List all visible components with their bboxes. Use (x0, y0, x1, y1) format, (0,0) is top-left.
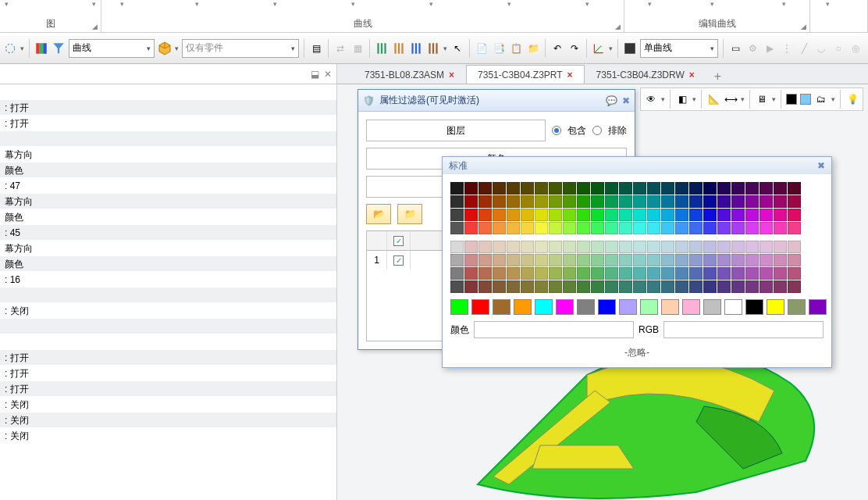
color-swatch[interactable] (703, 195, 717, 208)
list-item[interactable]: : 关闭 (0, 412, 336, 428)
funnel-icon[interactable] (52, 41, 66, 55)
color-swatch[interactable] (521, 209, 534, 221)
list-item[interactable] (0, 84, 336, 100)
list-item[interactable]: : 47 (0, 178, 336, 194)
list-item[interactable]: 颜色 (0, 162, 336, 178)
list-item[interactable] (0, 131, 336, 147)
color-swatch[interactable] (577, 267, 590, 280)
color-swatch[interactable] (689, 209, 703, 221)
color-swatch[interactable] (450, 182, 464, 195)
color-swatch[interactable] (675, 254, 688, 266)
color-swatch[interactable] (731, 195, 745, 208)
color-swatch[interactable] (450, 254, 464, 266)
close-icon[interactable]: ✕ (324, 69, 332, 80)
color-swatch[interactable] (507, 222, 520, 234)
parts-dropdown[interactable]: 仅有零件 ▾ (182, 39, 299, 58)
color-swatch[interactable] (731, 254, 745, 266)
cube-icon[interactable]: ◧ (675, 92, 689, 106)
color-swatch[interactable] (591, 267, 604, 280)
color-swatch[interactable] (464, 195, 478, 208)
preset-swatch[interactable] (640, 299, 658, 315)
color-swatch[interactable] (493, 254, 506, 266)
color-swatch[interactable] (788, 267, 801, 280)
color-swatch[interactable] (703, 254, 717, 266)
preset-swatch[interactable] (471, 299, 489, 315)
color-picker-title[interactable]: 标准 ✖ (443, 157, 831, 174)
color-swatch[interactable] (507, 267, 520, 280)
color-swatch[interactable] (493, 195, 506, 208)
color-swatch[interactable] (507, 254, 520, 266)
color-swatch[interactable] (675, 280, 688, 293)
list-item[interactable] (0, 319, 336, 334)
color-swatch[interactable] (563, 241, 576, 253)
layer-cell[interactable]: 图层 (366, 120, 546, 141)
singlecurve-dropdown[interactable]: 单曲线 ▾ (640, 39, 718, 58)
play-icon[interactable]: ▶ (763, 41, 777, 55)
color-swatch[interactable] (633, 195, 646, 208)
ruler-icon[interactable]: 📐 (706, 92, 720, 106)
color-swatch[interactable] (535, 182, 548, 195)
color-swatch[interactable] (478, 280, 492, 293)
color-swatch[interactable] (788, 195, 801, 208)
color-swatch[interactable] (577, 222, 590, 234)
color-swatch[interactable] (563, 222, 576, 234)
grid-icon[interactable]: ▦ (350, 41, 365, 55)
color-swatch[interactable] (591, 209, 604, 221)
color-swatch[interactable] (450, 222, 464, 234)
color-swatch[interactable] (717, 209, 731, 221)
color-swatch[interactable] (675, 241, 688, 253)
color-swatch[interactable] (493, 267, 506, 280)
color-swatch[interactable] (619, 222, 632, 234)
color-swatch[interactable] (521, 222, 534, 234)
bars1-icon[interactable] (375, 41, 389, 55)
color-swatch[interactable] (633, 222, 646, 234)
color-swatch[interactable] (619, 280, 632, 293)
color-swatch[interactable] (774, 241, 787, 253)
color-swatch[interactable] (521, 267, 534, 280)
color-swatch[interactable] (450, 241, 464, 253)
display-icon[interactable]: 🖥 (755, 92, 769, 106)
speech-icon[interactable]: 💬 (606, 95, 617, 106)
color-swatch[interactable] (717, 280, 731, 293)
color-swatch[interactable] (745, 280, 759, 293)
color-swatch[interactable] (619, 182, 632, 195)
list-item[interactable]: : 打开 (0, 350, 336, 366)
color-swatch[interactable] (633, 267, 646, 280)
layers-icon[interactable]: 🗂 (814, 92, 828, 106)
color-swatch[interactable] (521, 241, 534, 253)
palette-icon[interactable] (34, 41, 48, 55)
color-swatch[interactable] (717, 267, 731, 280)
view-icon[interactable]: 👁 (644, 92, 658, 106)
color-swatch[interactable] (731, 182, 745, 195)
color-swatch[interactable] (605, 254, 618, 266)
preset-swatch[interactable] (514, 299, 532, 315)
color-swatch[interactable] (535, 241, 548, 253)
color-swatch[interactable] (478, 267, 492, 280)
color-swatch[interactable] (703, 280, 717, 293)
preset-swatch[interactable] (682, 299, 700, 315)
bulb-icon[interactable]: 💡 (845, 92, 859, 106)
color-swatch[interactable] (661, 222, 674, 234)
doc-icon[interactable]: 📄 (475, 41, 489, 55)
color-swatch[interactable] (703, 241, 717, 253)
color-swatch[interactable] (521, 195, 534, 208)
preset-swatch[interactable] (598, 299, 616, 315)
select-icon[interactable]: ▭ (728, 41, 742, 55)
color-swatch[interactable] (760, 267, 773, 280)
redo-icon[interactable]: ↷ (567, 41, 582, 55)
circle2-icon[interactable]: ◎ (848, 41, 863, 55)
close-icon[interactable]: ✖ (817, 160, 825, 171)
color-swatch[interactable] (535, 195, 548, 208)
preset-swatch[interactable] (788, 299, 806, 315)
color-swatch[interactable] (493, 209, 506, 221)
color-swatch[interactable] (549, 241, 562, 253)
axis-icon[interactable] (592, 41, 606, 55)
exclude-radio[interactable] (592, 126, 602, 135)
color-swatch[interactable] (507, 280, 520, 293)
line-tool-icon[interactable]: ╱ (797, 41, 811, 55)
color-swatch[interactable] (633, 241, 646, 253)
color-swatch[interactable] (493, 182, 506, 195)
color-swatch[interactable] (689, 222, 703, 234)
color-swatch[interactable] (675, 209, 688, 221)
close-icon[interactable]: × (689, 70, 695, 80)
